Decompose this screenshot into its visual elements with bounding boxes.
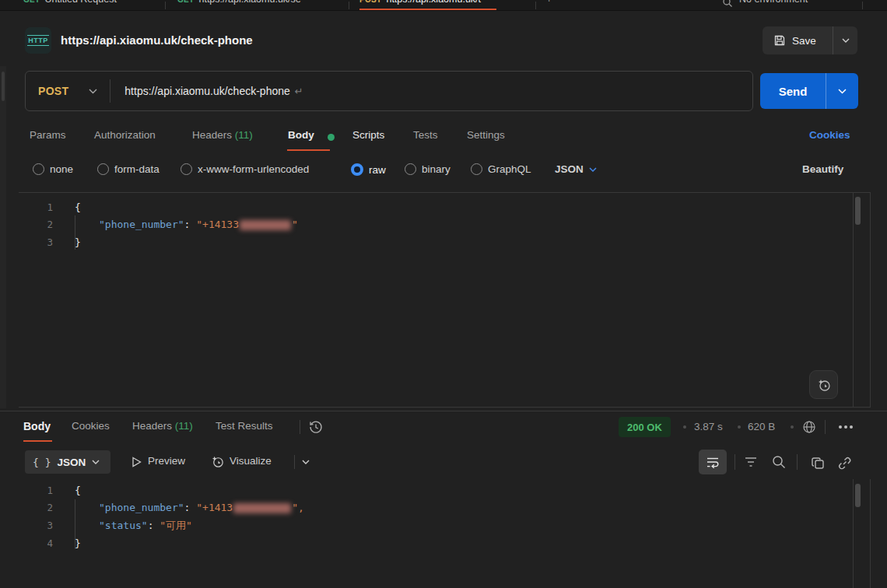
wrap-text-button-active[interactable] [699,450,727,474]
method-selector[interactable]: POST [26,85,110,97]
json-colon: : [184,502,197,513]
url-input[interactable]: https://api.xiaomu.uk/check-phone [124,85,289,97]
response-body-viewer[interactable]: 1{ 2"phone_number": "+1413", 3"status": … [0,479,853,588]
dot-separator [791,425,794,429]
new-tab-button[interactable]: + [546,0,552,5]
code-line: 1{ [0,484,81,498]
tab-authorization[interactable]: Authorization [94,129,156,141]
divider [294,455,295,469]
preview-button[interactable]: Preview [148,455,185,467]
line-number: 3 [0,236,53,250]
line-number: 1 [0,201,53,215]
status-badge[interactable]: 200 OK [619,417,671,437]
response-section-border [0,411,887,411]
radio-circle [405,163,416,175]
environment-selector[interactable]: No environment [739,0,808,5]
save-options-button[interactable] [833,26,857,54]
radio-raw-selected[interactable]: raw [351,163,386,176]
code-line: 1{ [0,201,81,215]
tab-tests[interactable]: Tests [413,129,438,141]
tab-headers[interactable]: Headers (11) [192,129,253,141]
radio-circle [97,163,109,175]
divider [300,420,300,434]
radio-none[interactable]: none [33,163,73,175]
response-time[interactable]: 3.87 s [694,421,723,432]
request-tab-2[interactable]: GEThttps://api.xiaomu.uk/se [177,0,301,5]
response-format-dropdown[interactable]: { } JSON [25,450,110,474]
response-size[interactable]: 620 B [748,421,775,432]
response-tab-headers[interactable]: Headers (11) [132,420,193,432]
active-tab-underline [359,9,496,10]
tab-scripts[interactable]: Scripts [352,129,384,141]
response-tab-cookies[interactable]: Cookies [72,420,110,432]
radio-circle-selected [351,163,363,176]
copy-icon [811,456,826,471]
save-button[interactable]: Save [763,26,833,54]
visualize-button[interactable]: Visualize [230,455,272,467]
send-button-group: Send [760,73,858,109]
redacted-value [233,503,291,513]
tab-settings[interactable]: Settings [467,129,505,141]
chevron-down-icon [842,38,850,43]
code-token: } [75,537,81,549]
radio-graphql[interactable]: GraphQL [471,163,531,175]
enter-hint-glyph: ↵ [295,86,303,97]
headers-count-badge: (11) [235,129,253,141]
filter-button[interactable] [743,455,759,469]
dot-separator [683,425,686,429]
response-editor-scrollbar[interactable] [855,484,861,507]
send-button[interactable]: Send [760,73,826,109]
beautify-link[interactable]: Beautify [802,163,843,175]
search-response-button[interactable] [770,453,787,471]
radio-label: form-data [114,163,160,175]
code-line: 3"status": "可用" [0,519,192,533]
save-button-group: Save [763,26,857,54]
radio-label: binary [422,163,451,175]
radio-label: GraphQL [488,163,531,175]
tab-label: https://api.xiaomu.uk/t [386,0,481,5]
response-format-label: JSON [57,457,86,468]
radio-label: raw [369,164,386,176]
search-icon [771,454,787,470]
ellipsis-icon [839,425,842,429]
code-token-group: "phone_number": "+1413", [99,502,304,513]
visualize-sparkle-icon[interactable] [210,454,225,469]
request-tab-3-active[interactable]: POSThttps://api.xiaomu.uk/t [359,0,481,5]
link-icon [837,456,852,471]
tab-divider [535,2,536,9]
request-tab-1[interactable]: GETUntitled Request [23,0,117,5]
preview-play-icon[interactable] [131,456,142,468]
radio-form-data[interactable]: form-data [97,163,160,175]
network-info-button[interactable] [801,419,817,435]
tab-body-active[interactable]: Body [288,129,314,141]
request-editor-scrollbar[interactable] [855,197,861,225]
http-icon-label: HTTP [27,35,49,46]
send-options-button[interactable] [826,73,858,109]
json-value: "可用" [160,520,192,531]
tab-params[interactable]: Params [30,129,66,141]
visualize-options-chevron-icon[interactable] [302,460,310,464]
format-label: JSON [555,163,584,175]
tab-divider [862,2,863,9]
braces-icon: { } [33,457,51,468]
response-more-actions-button[interactable] [836,422,856,432]
ellipsis-icon [850,425,853,429]
editor-right-border [853,192,854,408]
cookies-link[interactable]: Cookies [809,129,850,141]
code-token-group: "status": "可用" [99,520,192,531]
radio-binary[interactable]: binary [405,163,451,175]
active-response-tab-underline [23,440,52,442]
postbot-button[interactable] [809,370,838,399]
json-key: "phone_number" [99,219,184,230]
response-tab-test-results[interactable]: Test Results [216,420,273,432]
code-line: 4} [0,537,81,551]
copy-response-button[interactable] [809,454,826,471]
response-history-button[interactable] [308,419,324,435]
divider [797,454,798,470]
response-tab-body-active[interactable]: Body [23,420,51,432]
active-tab-underline [287,149,330,151]
share-link-button[interactable] [836,454,853,471]
request-body-editor[interactable]: 1{ 2"phone_number": "+14133" 3} [0,192,853,407]
body-format-dropdown[interactable]: JSON [555,163,597,175]
radio-urlencoded[interactable]: x-www-form-urlencoded [181,163,309,175]
